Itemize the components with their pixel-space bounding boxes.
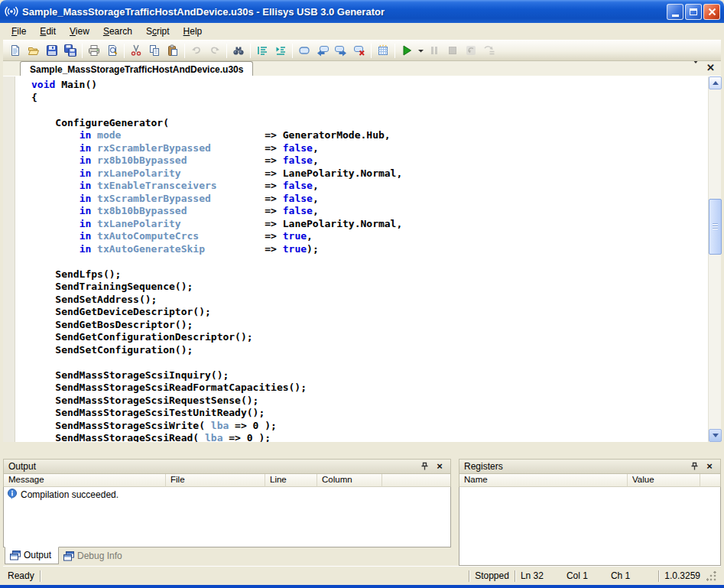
scroll-down-button[interactable]	[709, 429, 722, 442]
code-line: SendMassStorageScsiRequestSense();	[31, 395, 707, 408]
code-line: in txLanePolarity => LanePolarity.Normal…	[31, 218, 707, 231]
print-preview-button[interactable]	[103, 42, 122, 60]
output-column-headers: MessageFileLineColumn	[3, 474, 451, 487]
breakpoint-margin[interactable]	[3, 76, 15, 442]
registers-panel: Registers × NameValue	[459, 459, 721, 566]
cut-button[interactable]	[127, 42, 145, 60]
column-header-message[interactable]: Message	[4, 474, 166, 487]
column-header-value[interactable]: Value	[628, 474, 700, 487]
toolbar-separator	[292, 44, 293, 58]
pin-panel-button[interactable]	[688, 461, 700, 472]
breakpoint-toggle-button[interactable]	[295, 42, 313, 60]
pin-panel-button[interactable]	[418, 461, 430, 472]
step-over-button[interactable]	[480, 42, 498, 60]
window-stack-icon	[10, 551, 21, 560]
vertical-scrollbar[interactable]	[708, 76, 721, 442]
stop-button[interactable]	[443, 42, 462, 60]
code-line: in txAutoGenerateSkip => true);	[31, 243, 707, 256]
menu-item-help[interactable]: Help	[177, 24, 209, 39]
bookmark-prev-icon	[317, 44, 329, 57]
code-line: SendGetDeviceDescriptor();	[31, 306, 707, 319]
maximize-button[interactable]	[685, 4, 702, 20]
radio-signal-icon[interactable]	[4, 4, 19, 19]
code-editor[interactable]: void Main(){ ConfigureGenerator( in mode…	[3, 76, 721, 442]
bookmark-list-button[interactable]	[253, 42, 271, 60]
run-dropdown-button[interactable]	[416, 42, 425, 60]
code-line	[31, 104, 707, 117]
close-panel-button[interactable]: ×	[433, 461, 446, 472]
column-header-name[interactable]: Name	[459, 474, 628, 487]
bookmark-next-icon	[335, 44, 347, 57]
dock-tab-debug-info[interactable]: Debug Info	[59, 547, 129, 564]
menu-item-file[interactable]: File	[5, 24, 33, 39]
open-folder-button[interactable]	[24, 42, 43, 60]
code-line: SendLfps();	[31, 268, 707, 281]
scrollbar-thumb[interactable]	[709, 199, 722, 255]
column-header-file[interactable]: File	[166, 474, 265, 487]
registers-column-headers: NameValue	[459, 474, 721, 487]
print-button[interactable]	[85, 42, 103, 60]
info-icon	[7, 489, 18, 500]
close-icon: ✕	[706, 62, 715, 73]
paste-button[interactable]	[164, 42, 182, 60]
step-back-button[interactable]	[462, 42, 480, 60]
redo-button[interactable]	[206, 42, 224, 60]
code-line: SendSetConfiguration();	[31, 344, 707, 357]
dock-tab-output[interactable]: Output	[5, 547, 59, 564]
resize-grip-icon[interactable]	[706, 571, 716, 581]
code-line	[31, 356, 707, 369]
title-bar[interactable]: Sample_MassStorageTrafficHostAndDevice.u…	[0, 0, 724, 23]
menu-bar: FileEditViewSearchScriptHelp	[3, 23, 721, 40]
output-row[interactable]: Compilation succeeded.	[4, 487, 450, 502]
find-icon	[232, 44, 245, 57]
close-icon	[708, 8, 716, 16]
minimize-icon	[672, 15, 679, 17]
menu-item-script[interactable]: Script	[139, 24, 177, 39]
bookmark-clear-button[interactable]	[350, 42, 368, 60]
code-text[interactable]: void Main(){ ConfigureGenerator( in mode…	[16, 76, 707, 442]
toolbar	[3, 40, 721, 61]
document-tab[interactable]: Sample_MassStorageTrafficHostAndDevice.u…	[20, 61, 253, 76]
save-all-button[interactable]	[61, 42, 80, 60]
goto-line-button[interactable]	[271, 42, 290, 60]
save-button[interactable]	[43, 42, 61, 60]
bookmark-next-button[interactable]	[332, 42, 350, 60]
new-document-button[interactable]	[6, 42, 24, 60]
menu-item-view[interactable]: View	[63, 24, 96, 39]
column-header-line[interactable]: Line	[265, 474, 317, 487]
menu-item-edit[interactable]: Edit	[33, 24, 63, 39]
bookmark-prev-button[interactable]	[313, 42, 332, 60]
registers-panel-titlebar[interactable]: Registers ×	[459, 459, 721, 474]
run-button[interactable]	[398, 42, 416, 60]
output-dock-tabs: OutputDebug Info	[3, 547, 451, 566]
column-header-filler	[382, 474, 450, 487]
minimize-button[interactable]	[667, 4, 683, 20]
close-button[interactable]	[703, 4, 720, 20]
grid-button[interactable]	[374, 42, 392, 60]
toolbar-separator	[250, 44, 251, 58]
close-panel-button[interactable]: ×	[703, 461, 716, 472]
copy-button[interactable]	[145, 42, 164, 60]
tab-list-dropdown-button[interactable]	[693, 64, 699, 72]
pause-button[interactable]	[425, 42, 443, 60]
column-header-column[interactable]: Column	[317, 474, 382, 487]
run-dropdown-icon	[417, 44, 424, 57]
scroll-up-button[interactable]	[709, 76, 722, 89]
status-column: Col 1	[567, 570, 588, 581]
code-line: SendMassStorageScsiRead( lba => 0 );	[31, 432, 707, 442]
menu-item-search[interactable]: Search	[96, 24, 139, 39]
column-header-filler	[700, 474, 720, 487]
window-title: Sample_MassStorageTrafficHostAndDevice.u…	[22, 6, 665, 18]
toolbar-separator	[394, 44, 395, 58]
output-panel: Output × MessageFileLineColumn Compilati…	[3, 459, 451, 566]
status-run-state: Stopped	[475, 570, 509, 581]
output-message-list[interactable]: Compilation succeeded.	[3, 487, 451, 547]
registers-list[interactable]	[459, 487, 721, 566]
find-button[interactable]	[229, 42, 248, 60]
undo-button[interactable]	[187, 42, 206, 60]
output-panel-titlebar[interactable]: Output ×	[3, 459, 451, 474]
code-line	[31, 255, 707, 268]
status-divider	[40, 570, 41, 582]
close-document-button[interactable]: ✕	[706, 64, 715, 72]
undo-icon	[190, 44, 203, 57]
